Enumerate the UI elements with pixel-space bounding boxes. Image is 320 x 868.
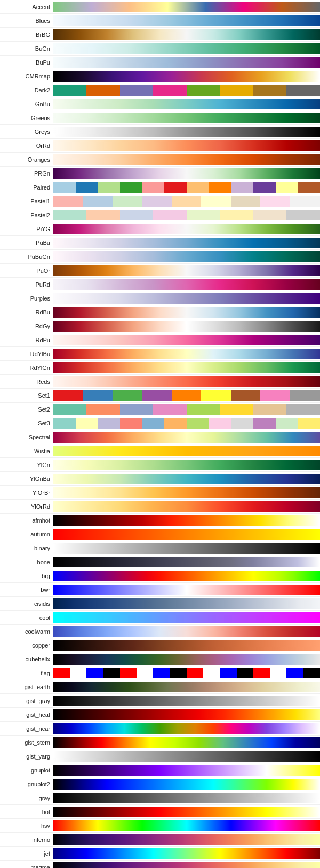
colormap-row: hot bbox=[0, 805, 320, 819]
colormap-row: Spectral bbox=[0, 430, 320, 444]
colormap-bar bbox=[53, 349, 320, 359]
colormap-row: OrRd bbox=[0, 139, 320, 153]
colormap-label: gist_earth bbox=[0, 684, 53, 690]
colormap-bar bbox=[53, 113, 320, 123]
colormap-row: magma bbox=[0, 861, 320, 868]
colormap-row: RdYlGn bbox=[0, 361, 320, 375]
colormap-bar bbox=[53, 487, 320, 498]
colormap-row: Oranges bbox=[0, 153, 320, 167]
colormap-bar bbox=[53, 834, 320, 845]
colormap-label: gist_stern bbox=[0, 739, 53, 746]
colormap-row: Accent bbox=[0, 0, 320, 14]
colormap-row: BuGn bbox=[0, 42, 320, 56]
colormap-label: gist_heat bbox=[0, 712, 53, 718]
colormap-label: gnuplot2 bbox=[0, 781, 53, 787]
colormap-bar bbox=[53, 418, 320, 429]
colormap-row: Set3 bbox=[0, 416, 320, 430]
colormap-label: autumn bbox=[0, 531, 53, 538]
colormap-label: cividis bbox=[0, 601, 53, 607]
colormap-bar bbox=[53, 432, 320, 443]
colormap-label: BuPu bbox=[0, 59, 53, 66]
colormap-row: YlOrBr bbox=[0, 486, 320, 500]
colormap-label: gist_ncar bbox=[0, 725, 53, 732]
colormap-bar bbox=[53, 543, 320, 554]
colormap-row: Greens bbox=[0, 111, 320, 125]
colormap-label: magma bbox=[0, 864, 53, 869]
colormap-label: PRGn bbox=[0, 170, 53, 177]
colormap-row: Pastel1 bbox=[0, 194, 320, 208]
colormap-label: inferno bbox=[0, 837, 53, 843]
colormap-row: cool bbox=[0, 611, 320, 625]
colormap-label: cool bbox=[0, 614, 53, 621]
colormap-label: BuGn bbox=[0, 45, 53, 52]
colormap-label: Reds bbox=[0, 378, 53, 385]
colormap-label: gist_gray bbox=[0, 698, 53, 704]
colormap-bar bbox=[53, 737, 320, 748]
colormap-row: YlGnBu bbox=[0, 472, 320, 486]
colormap-bar bbox=[53, 529, 320, 540]
colormap-bar bbox=[53, 293, 320, 304]
colormap-label: Wistia bbox=[0, 448, 53, 454]
colormap-bar bbox=[53, 654, 320, 665]
colormap-bar bbox=[53, 57, 320, 68]
colormap-label: gray bbox=[0, 795, 53, 801]
colormap-bar bbox=[53, 779, 320, 790]
colormap-bar bbox=[53, 696, 320, 706]
colormap-row: gist_heat bbox=[0, 708, 320, 722]
colormap-row: cividis bbox=[0, 597, 320, 611]
colormap-label: copper bbox=[0, 642, 53, 649]
colormap-row: bone bbox=[0, 555, 320, 569]
colormap-bar bbox=[53, 612, 320, 623]
colormap-label: GnBu bbox=[0, 101, 53, 107]
colormap-bar bbox=[53, 557, 320, 567]
colormap-row: RdPu bbox=[0, 333, 320, 347]
colormap-label: binary bbox=[0, 545, 53, 551]
colormap-bar bbox=[53, 751, 320, 762]
colormap-bar bbox=[53, 71, 320, 82]
colormap-row: YlOrRd bbox=[0, 500, 320, 514]
colormap-label: bone bbox=[0, 559, 53, 565]
colormap-bar bbox=[53, 279, 320, 290]
colormap-label: bwr bbox=[0, 587, 53, 593]
colormap-row: Dark2 bbox=[0, 83, 320, 97]
colormap-row: afmhot bbox=[0, 514, 320, 527]
colormap-bar bbox=[53, 807, 320, 817]
colormap-row: PuRd bbox=[0, 278, 320, 291]
colormap-label: RdYlGn bbox=[0, 365, 53, 371]
colormap-label: jet bbox=[0, 850, 53, 857]
colormap-label: RdYlBu bbox=[0, 351, 53, 357]
colormap-row: GnBu bbox=[0, 97, 320, 111]
colormap-row: BuPu bbox=[0, 56, 320, 69]
colormap-bar bbox=[53, 15, 320, 26]
colormap-label: PuBuGn bbox=[0, 254, 53, 260]
colormap-bar bbox=[53, 682, 320, 692]
colormap-row: gnuplot2 bbox=[0, 777, 320, 791]
colormap-label: gist_yarg bbox=[0, 753, 53, 760]
colormap-label: RdPu bbox=[0, 337, 53, 343]
colormap-bar bbox=[53, 848, 320, 859]
colormap-row: RdYlBu bbox=[0, 347, 320, 361]
colormap-label: YlOrBr bbox=[0, 490, 53, 496]
colormap-label: Accent bbox=[0, 4, 53, 10]
colormap-label: PiYG bbox=[0, 226, 53, 232]
colormap-row: RdBu bbox=[0, 305, 320, 319]
colormap-row: bwr bbox=[0, 583, 320, 597]
colormap-label: gnuplot bbox=[0, 767, 53, 774]
colormap-bar bbox=[53, 446, 320, 456]
colormap-bar bbox=[53, 820, 320, 831]
colormap-label: Oranges bbox=[0, 156, 53, 163]
colormap-bar bbox=[53, 335, 320, 345]
colormap-label: Greens bbox=[0, 115, 53, 121]
colormap-bar bbox=[53, 404, 320, 415]
colormap-row: coolwarm bbox=[0, 625, 320, 638]
colormap-bar bbox=[53, 238, 320, 248]
colormap-row: Greys bbox=[0, 125, 320, 139]
colormap-bar bbox=[53, 668, 320, 678]
colormap-row: Blues bbox=[0, 14, 320, 28]
colormap-row: brg bbox=[0, 569, 320, 583]
colormap-label: Purples bbox=[0, 295, 53, 302]
colormap-bar bbox=[53, 460, 320, 470]
colormap-row: autumn bbox=[0, 527, 320, 541]
colormap-label: Set3 bbox=[0, 420, 53, 427]
colormap-label: YlGnBu bbox=[0, 476, 53, 482]
